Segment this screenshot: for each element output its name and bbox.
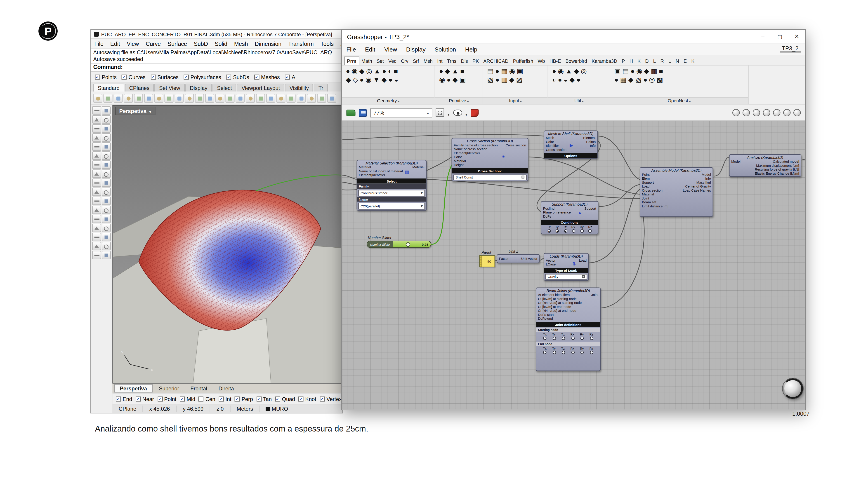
- display-sphere-icon[interactable]: [763, 109, 770, 117]
- palette-icons-row[interactable]: ▣▤●◉◆▥■: [610, 67, 748, 76]
- gh-menu-item[interactable]: Edit: [361, 46, 380, 53]
- osnap-checkbox[interactable]: ✓ Knot: [298, 396, 316, 402]
- side-toolbar-icon[interactable]: [92, 124, 101, 133]
- rhino-menu-item[interactable]: Mesh: [231, 40, 251, 47]
- osnap-checkbox[interactable]: ✓ Mid: [180, 396, 195, 402]
- gh-menu-item[interactable]: File: [342, 46, 361, 53]
- dof-radio[interactable]: ●: [556, 229, 559, 233]
- chevron-down-icon[interactable]: [447, 107, 450, 118]
- toolbar-icon[interactable]: [154, 94, 163, 103]
- toolbar-tab[interactable]: CPlanes: [125, 84, 154, 92]
- dof-radio[interactable]: [590, 337, 593, 340]
- side-toolbar-icon[interactable]: [92, 197, 101, 205]
- gh-category-tab[interactable]: Srf: [411, 57, 421, 65]
- input-param[interactable]: Color: [454, 156, 498, 160]
- toolbar-tab[interactable]: Set View: [155, 84, 185, 92]
- dof-radio[interactable]: ●: [564, 229, 567, 233]
- rhino-titlebar[interactable]: PUC_ARQ_EP_ENC_CONCERTO_R01 FINAL.3dm (5…: [91, 30, 343, 39]
- toolbar-icon[interactable]: [276, 94, 285, 103]
- dof-radio[interactable]: [544, 351, 547, 354]
- palette-group-label[interactable]: Util: [548, 97, 610, 105]
- palette-icons-row[interactable]: ●▦◆▧●◎▩: [610, 76, 748, 84]
- dof-radio[interactable]: [571, 337, 575, 340]
- dof-radio[interactable]: [588, 229, 592, 233]
- palette-icons-row[interactable]: ●◉◆◎▲●◐■: [342, 67, 435, 76]
- output-param[interactable]: Cross section: [506, 143, 526, 148]
- palette-group-label[interactable]: Input: [483, 97, 548, 105]
- filter-checkbox[interactable]: ✓ Meshes: [254, 74, 280, 80]
- gh-category-tab[interactable]: R: [658, 57, 666, 65]
- input-param[interactable]: Factor: [499, 257, 509, 261]
- status-field[interactable]: z 0: [210, 405, 230, 412]
- osnap-checkbox[interactable]: ✓ Int: [219, 396, 231, 402]
- display-sphere-icon[interactable]: [743, 109, 750, 117]
- gh-file-tab[interactable]: TP3_2: [780, 45, 801, 53]
- toolbar-icon[interactable]: [266, 94, 275, 103]
- input-param[interactable]: At element identifiers: [538, 293, 582, 297]
- input-param[interactable]: Identifier: [546, 144, 566, 148]
- name-dropdown[interactable]: C20(parallel): [358, 202, 425, 209]
- gh-category-tab[interactable]: N: [673, 57, 681, 65]
- toolbar-icon[interactable]: [175, 94, 184, 103]
- display-sphere-icon[interactable]: [783, 109, 791, 117]
- dof-radio[interactable]: [581, 351, 584, 354]
- side-toolbar-icon[interactable]: [92, 215, 101, 223]
- output-param[interactable]: Model: [702, 173, 711, 177]
- gh-category-tab[interactable]: Crv: [399, 57, 411, 65]
- osnap-checkbox[interactable]: ✓ Near: [135, 396, 154, 402]
- palette-group-label[interactable]: Geometry: [342, 97, 435, 105]
- toolbar-tab[interactable]: Tr: [314, 84, 328, 92]
- gh-category-tab[interactable]: K: [689, 57, 697, 65]
- toolbar-tab[interactable]: Display: [185, 84, 212, 92]
- gh-menu-item[interactable]: Help: [460, 46, 482, 53]
- display-sphere-icon[interactable]: [794, 109, 801, 117]
- input-param[interactable]: Cr [kNm/rad] at starting-node: [538, 301, 582, 305]
- viewport-tab[interactable]: Perspetiva: [114, 384, 153, 393]
- gh-category-tab[interactable]: Pufferfish: [510, 57, 535, 65]
- output-param[interactable]: Calculated model: [773, 160, 799, 164]
- toolbar-icon[interactable]: [236, 94, 245, 103]
- gh-component-support[interactable]: Support (Karamba3D) Pos|IndPlane of refe…: [541, 201, 598, 234]
- side-toolbar-icon[interactable]: [92, 142, 101, 151]
- output-param[interactable]: Info: [705, 177, 711, 181]
- toolbar-icon[interactable]: [195, 94, 204, 103]
- side-toolbar-icon[interactable]: [102, 251, 111, 259]
- rhino-menu-item[interactable]: Edit: [107, 40, 123, 47]
- toolbar-icon[interactable]: [256, 94, 265, 103]
- input-param[interactable]: Height: [454, 163, 498, 167]
- gh-category-tab[interactable]: Dis: [459, 57, 470, 65]
- minimize-button[interactable]: [754, 30, 772, 43]
- side-toolbar-icon[interactable]: [102, 169, 111, 178]
- dof-radio[interactable]: [553, 337, 556, 340]
- maximize-button[interactable]: [772, 30, 788, 43]
- osnap-checkbox[interactable]: ✓ Vertex: [320, 396, 342, 402]
- toolbar-icon[interactable]: [103, 94, 113, 103]
- side-toolbar-icon[interactable]: [102, 188, 111, 196]
- dof-radio[interactable]: [553, 351, 556, 354]
- toolbar-icon[interactable]: [307, 94, 316, 103]
- side-toolbar-icon[interactable]: [92, 242, 101, 250]
- side-toolbar-icon[interactable]: [102, 197, 111, 205]
- side-toolbar-icon[interactable]: [102, 242, 111, 250]
- output-param[interactable]: Center of Gravity: [685, 185, 711, 189]
- input-param[interactable]: Cr [kNm/rad] at end-node: [538, 309, 582, 313]
- rhino-menu-item[interactable]: File: [91, 40, 107, 47]
- display-sphere-icon[interactable]: [753, 109, 760, 117]
- preview-eye-icon[interactable]: [453, 109, 462, 116]
- input-param[interactable]: Color: [546, 140, 566, 144]
- status-field[interactable]: Meters: [230, 405, 260, 412]
- input-param[interactable]: Point: [642, 173, 669, 177]
- toolbar-icon[interactable]: [164, 94, 174, 103]
- osnap-checkbox[interactable]: ✓ Point: [157, 396, 176, 402]
- gh-category-tab[interactable]: Set: [374, 57, 386, 65]
- toolbar-icon[interactable]: [134, 94, 143, 103]
- input-param[interactable]: Material: [359, 166, 403, 170]
- gh-category-tab[interactable]: H: [627, 57, 635, 65]
- gh-category-tab[interactable]: Trns: [445, 57, 459, 65]
- display-sphere-icon[interactable]: [733, 109, 740, 117]
- side-toolbar-icon[interactable]: [92, 224, 101, 232]
- output-param[interactable]: Unit vector: [521, 257, 537, 261]
- gh-component-beam-joints[interactable]: Beam-Joints (Karamba3D) At element ident…: [536, 288, 601, 371]
- toolbar-icon[interactable]: [124, 94, 133, 103]
- input-param[interactable]: Name of cross section: [454, 148, 498, 152]
